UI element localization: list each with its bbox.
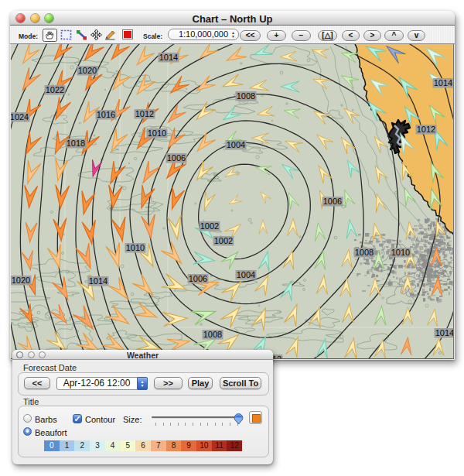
svg-text:1008: 1008 <box>237 91 255 101</box>
svg-text:1010: 1010 <box>126 243 145 252</box>
svg-text:1020: 1020 <box>12 276 30 285</box>
svg-text:1010: 1010 <box>148 128 166 138</box>
svg-text:1020: 1020 <box>78 66 97 75</box>
svg-text:1012: 1012 <box>417 125 435 134</box>
svg-text:1006: 1006 <box>189 274 207 283</box>
svg-text:1022: 1022 <box>46 85 64 94</box>
svg-text:1008: 1008 <box>203 330 222 339</box>
svg-text:1002: 1002 <box>200 221 219 231</box>
svg-text:1004: 1004 <box>227 140 245 149</box>
svg-text:1012: 1012 <box>135 109 154 118</box>
svg-text:1002: 1002 <box>214 236 233 245</box>
svg-text:1006: 1006 <box>323 197 342 206</box>
svg-text:1004: 1004 <box>237 270 255 279</box>
svg-text:1008: 1008 <box>355 248 374 257</box>
svg-text:1006: 1006 <box>167 153 186 163</box>
svg-text:1014: 1014 <box>435 328 454 337</box>
svg-text:1024: 1024 <box>11 112 29 122</box>
svg-text:1018: 1018 <box>67 139 85 148</box>
svg-text:1014: 1014 <box>434 78 452 87</box>
svg-text:1014: 1014 <box>89 276 107 286</box>
svg-text:1016: 1016 <box>97 110 115 119</box>
svg-text:1014: 1014 <box>159 53 178 62</box>
svg-text:1010: 1010 <box>391 248 410 257</box>
